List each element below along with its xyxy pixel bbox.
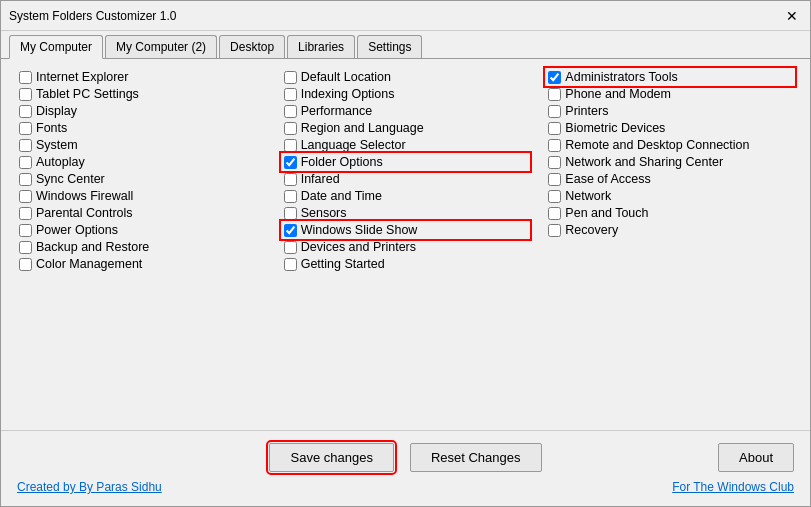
- footer-buttons: Save changes Reset Changes About: [17, 443, 794, 472]
- list-item: Indexing Options: [282, 86, 530, 102]
- main-window: System Folders Customizer 1.0 ✕ My Compu…: [0, 0, 811, 507]
- checkbox-biometric-devices[interactable]: [548, 122, 561, 135]
- list-item: Parental Controls: [17, 205, 265, 221]
- list-item: Network: [546, 188, 794, 204]
- tab-settings[interactable]: Settings: [357, 35, 422, 58]
- checkbox-infared[interactable]: [284, 173, 297, 186]
- title-bar: System Folders Customizer 1.0 ✕: [1, 1, 810, 31]
- link-windows-club[interactable]: For The Windows Club: [672, 480, 794, 494]
- checkbox-devices-printers[interactable]: [284, 241, 297, 254]
- list-item: Infared: [282, 171, 530, 187]
- checkbox-backup-restore[interactable]: [19, 241, 32, 254]
- close-button[interactable]: ✕: [782, 8, 802, 24]
- checkbox-indexing-options[interactable]: [284, 88, 297, 101]
- checkbox-fonts[interactable]: [19, 122, 32, 135]
- column-3: Administrators Tools Phone and Modem Pri…: [546, 69, 794, 420]
- checkbox-performance[interactable]: [284, 105, 297, 118]
- checkbox-windows-firewall[interactable]: [19, 190, 32, 203]
- checkbox-language-selector[interactable]: [284, 139, 297, 152]
- list-item: Autoplay: [17, 154, 265, 170]
- list-item: Internet Explorer: [17, 69, 265, 85]
- checkbox-getting-started[interactable]: [284, 258, 297, 271]
- checkbox-color-management[interactable]: [19, 258, 32, 271]
- list-item: Language Selector: [282, 137, 530, 153]
- column-2: Default Location Indexing Options Perfor…: [282, 69, 530, 420]
- list-item: Getting Started: [282, 256, 530, 272]
- list-item-admin-tools: Administrators Tools: [546, 69, 794, 85]
- checkbox-network[interactable]: [548, 190, 561, 203]
- tab-bar: My Computer My Computer (2) Desktop Libr…: [1, 31, 810, 59]
- list-item: Windows Firewall: [17, 188, 265, 204]
- checkbox-power-options[interactable]: [19, 224, 32, 237]
- checkbox-default-location[interactable]: [284, 71, 297, 84]
- list-item: Region and Language: [282, 120, 530, 136]
- list-item: Color Management: [17, 256, 265, 272]
- checkbox-administrators-tools[interactable]: [548, 71, 561, 84]
- checkbox-folder-options[interactable]: [284, 156, 297, 169]
- checkbox-region-language[interactable]: [284, 122, 297, 135]
- list-item: System: [17, 137, 265, 153]
- checkbox-tablet-pc-settings[interactable]: [19, 88, 32, 101]
- list-item-folder-options: Folder Options: [282, 154, 530, 170]
- list-item: Date and Time: [282, 188, 530, 204]
- about-button[interactable]: About: [718, 443, 794, 472]
- list-item: Ease of Access: [546, 171, 794, 187]
- list-item: Remote and Desktop Connection: [546, 137, 794, 153]
- link-paras-sidhu[interactable]: Created by By Paras Sidhu: [17, 480, 162, 494]
- list-item: Recovery: [546, 222, 794, 238]
- list-item: Display: [17, 103, 265, 119]
- list-item: Performance: [282, 103, 530, 119]
- checkbox-phone-modem[interactable]: [548, 88, 561, 101]
- checkbox-parental-controls[interactable]: [19, 207, 32, 220]
- list-item: Phone and Modem: [546, 86, 794, 102]
- list-item: Fonts: [17, 120, 265, 136]
- checkbox-autoplay[interactable]: [19, 156, 32, 169]
- content-area: Internet Explorer Tablet PC Settings Dis…: [1, 59, 810, 430]
- list-item: Tablet PC Settings: [17, 86, 265, 102]
- list-item: Biometric Devices: [546, 120, 794, 136]
- tab-libraries[interactable]: Libraries: [287, 35, 355, 58]
- list-item: Power Options: [17, 222, 265, 238]
- divider-1: [273, 69, 274, 420]
- list-item: Pen and Touch: [546, 205, 794, 221]
- checkbox-system[interactable]: [19, 139, 32, 152]
- list-item: Printers: [546, 103, 794, 119]
- save-changes-button[interactable]: Save changes: [269, 443, 393, 472]
- footer: Save changes Reset Changes About Created…: [1, 430, 810, 506]
- checkbox-remote-desktop[interactable]: [548, 139, 561, 152]
- divider-2: [537, 69, 538, 420]
- window-title: System Folders Customizer 1.0: [9, 9, 176, 23]
- list-item: Sync Center: [17, 171, 265, 187]
- reset-changes-button[interactable]: Reset Changes: [410, 443, 542, 472]
- checkbox-printers[interactable]: [548, 105, 561, 118]
- list-item: Network and Sharing Center: [546, 154, 794, 170]
- checkbox-network-sharing[interactable]: [548, 156, 561, 169]
- checkbox-internet-explorer[interactable]: [19, 71, 32, 84]
- checkbox-recovery[interactable]: [548, 224, 561, 237]
- checkbox-sensors[interactable]: [284, 207, 297, 220]
- footer-links: Created by By Paras Sidhu For The Window…: [17, 480, 794, 494]
- list-item: Devices and Printers: [282, 239, 530, 255]
- tab-my-computer-2[interactable]: My Computer (2): [105, 35, 217, 58]
- list-item-windows-slide-show: Windows Slide Show: [282, 222, 530, 238]
- checkbox-ease-of-access[interactable]: [548, 173, 561, 186]
- column-1: Internet Explorer Tablet PC Settings Dis…: [17, 69, 265, 420]
- checkbox-pen-touch[interactable]: [548, 207, 561, 220]
- checkbox-sync-center[interactable]: [19, 173, 32, 186]
- list-item: Backup and Restore: [17, 239, 265, 255]
- list-item: Sensors: [282, 205, 530, 221]
- list-item: Default Location: [282, 69, 530, 85]
- checkbox-display[interactable]: [19, 105, 32, 118]
- tab-my-computer[interactable]: My Computer: [9, 35, 103, 59]
- checkbox-windows-slide-show[interactable]: [284, 224, 297, 237]
- tab-desktop[interactable]: Desktop: [219, 35, 285, 58]
- checkbox-date-time[interactable]: [284, 190, 297, 203]
